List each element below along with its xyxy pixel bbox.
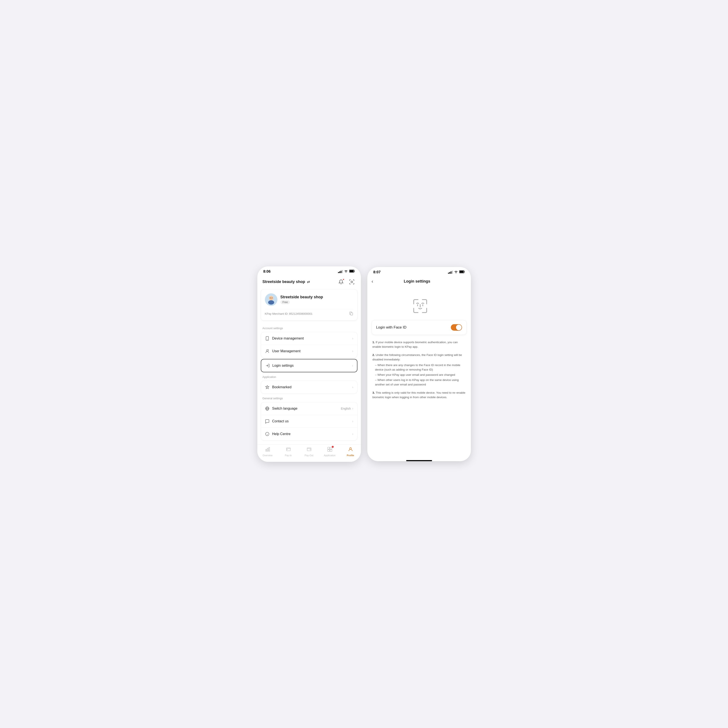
application-card: Bookmarked › <box>261 381 358 394</box>
main-header: Streetside beauty shop ⇄ <box>257 275 361 289</box>
profile-top: Streetside beauty shop Free <box>265 294 353 306</box>
device-management-item[interactable]: Device management › <box>261 332 357 345</box>
profile-info: Streetside beauty shop Free <box>280 295 323 304</box>
bottom-nav: Overview Pay-In Pay-Out <box>257 444 361 462</box>
wifi-icon-left <box>344 270 348 273</box>
switch-icon[interactable]: ⇄ <box>307 280 310 284</box>
profile-shop-name: Streetside beauty shop <box>280 295 323 300</box>
svg-rect-32 <box>459 271 463 273</box>
face-id-section <box>367 288 471 320</box>
instructions: 1. If your mobile device supports biomet… <box>367 340 471 400</box>
pay-in-label: Pay-In <box>285 454 292 457</box>
user-management-label: User Management <box>272 349 352 353</box>
merchant-id-row: KPay Merchant ID: 852124508000001 <box>265 309 353 317</box>
language-icon <box>265 406 270 411</box>
svg-point-30 <box>350 448 352 449</box>
time-left: 8:06 <box>263 269 271 274</box>
pay-out-icon <box>306 447 312 453</box>
bookmarked-item[interactable]: Bookmarked › <box>261 381 357 393</box>
svg-rect-19 <box>269 447 270 451</box>
wifi-icon-right <box>454 270 458 274</box>
general-settings-card: Switch language English › Contact us › <box>261 402 358 440</box>
pay-out-label: Pay-Out <box>304 454 313 457</box>
notification-button[interactable] <box>337 278 345 286</box>
shop-name-header: Streetside beauty shop ⇄ <box>263 280 310 284</box>
status-bar-right: 8:07 <box>367 267 471 276</box>
overview-icon <box>265 447 270 453</box>
signal-icon-left <box>338 270 343 273</box>
help-centre-label: Help Centre <box>272 432 352 436</box>
application-badge <box>332 446 334 448</box>
nav-pay-in[interactable]: Pay-In <box>278 447 299 457</box>
face-id-label: Login with Face ID <box>376 325 407 330</box>
instruction-2-subs: – When there are any changes to the Face… <box>373 363 466 387</box>
device-icon <box>265 336 270 341</box>
contact-us-label: Contact us <box>272 419 352 423</box>
copy-icon[interactable] <box>349 311 353 317</box>
header-shop-name: Streetside beauty shop <box>263 280 305 284</box>
header-icons <box>337 278 356 286</box>
bookmarked-chevron: › <box>352 385 353 389</box>
login-settings-item[interactable]: Login settings › <box>261 359 358 372</box>
svg-rect-20 <box>286 448 291 451</box>
language-value: English <box>341 407 351 410</box>
application-label: Application <box>257 373 361 381</box>
login-icon <box>265 363 270 368</box>
right-phone: 8:07 ‹ Login settings <box>367 267 471 461</box>
merchant-id-text: KPay Merchant ID: 852124508000001 <box>265 312 312 315</box>
language-chevron: › <box>352 407 353 410</box>
svg-rect-29 <box>330 450 332 451</box>
profile-icon <box>348 447 353 453</box>
pay-in-icon <box>286 447 291 453</box>
nav-pay-out[interactable]: Pay-Out <box>299 447 320 457</box>
nav-overview[interactable]: Overview <box>257 447 278 457</box>
contact-us-item[interactable]: Contact us › <box>261 415 357 428</box>
svg-point-2 <box>351 281 353 283</box>
profile-label: Profile <box>347 454 354 457</box>
profile-card: Streetside beauty shop Free KPay Merchan… <box>261 289 358 321</box>
back-button[interactable]: ‹ <box>372 279 375 284</box>
time-right: 8:07 <box>373 270 381 274</box>
status-bar-left: 8:06 <box>257 266 361 275</box>
svg-point-5 <box>268 300 274 304</box>
svg-rect-1 <box>349 270 353 272</box>
user-icon <box>265 349 270 353</box>
svg-rect-9 <box>350 313 353 315</box>
face-scan-button[interactable] <box>348 278 356 286</box>
contact-icon <box>265 419 270 424</box>
device-chevron: › <box>352 336 353 340</box>
plan-badge: Free <box>280 300 290 304</box>
bookmark-icon <box>265 385 270 390</box>
svg-point-12 <box>266 350 268 352</box>
notification-dot <box>343 278 344 280</box>
help-centre-item[interactable]: Help Centre › <box>261 428 357 440</box>
device-management-label: Device management <box>272 336 352 340</box>
instruction-3: 3. This setting is only valid for this m… <box>373 390 466 400</box>
nav-application[interactable]: Application <box>320 447 340 457</box>
user-management-item[interactable]: User Management › <box>261 345 357 358</box>
battery-icon-right <box>459 270 465 274</box>
login-face-id-card: Login with Face ID <box>372 320 466 335</box>
nav-profile[interactable]: Profile <box>340 447 361 457</box>
face-id-toggle[interactable] <box>451 324 462 331</box>
signal-icon-right <box>448 271 453 274</box>
battery-icon-left <box>349 270 355 273</box>
svg-marker-14 <box>266 385 269 389</box>
user-chevron: › <box>352 349 353 353</box>
general-settings-label: General settings <box>257 395 361 402</box>
face-id-icon <box>410 297 428 314</box>
application-label: Application <box>324 454 336 457</box>
help-chevron: › <box>352 432 353 436</box>
status-icons-right <box>448 270 465 274</box>
switch-language-label: Switch language <box>272 407 341 410</box>
instruction-2: 2. Under the following circumstances, th… <box>373 353 466 387</box>
login-chevron: › <box>352 364 353 367</box>
avatar <box>265 294 277 306</box>
account-settings-label: Account settings <box>257 325 361 332</box>
toggle-knob <box>456 325 462 330</box>
switch-language-item[interactable]: Switch language English › <box>261 402 357 415</box>
application-icon <box>327 447 332 453</box>
right-phone-content: Login with Face ID 1. If your mobile dev… <box>367 288 471 458</box>
back-header: ‹ Login settings <box>367 276 471 288</box>
svg-point-8 <box>272 297 272 298</box>
